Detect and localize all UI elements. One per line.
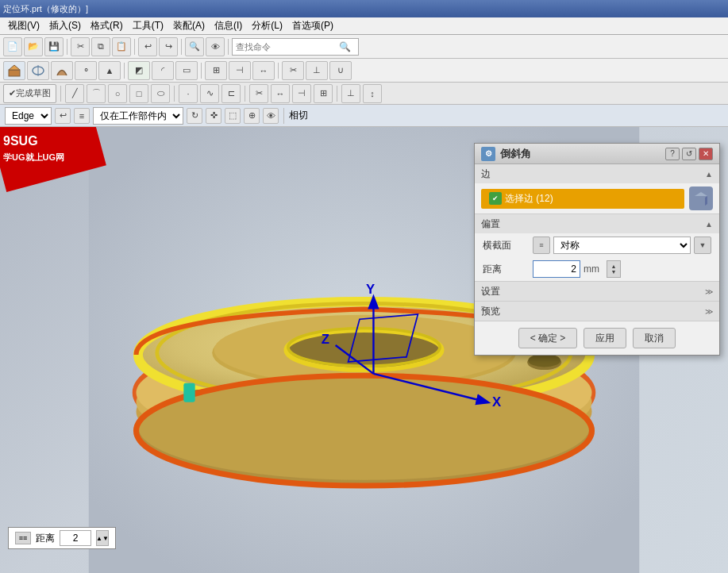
copy-button[interactable]: ⧉ bbox=[91, 37, 110, 56]
dialog-restore-btn[interactable]: ↺ bbox=[682, 148, 696, 160]
pattern-sketch-btn[interactable]: ⊞ bbox=[314, 84, 333, 103]
edge-section-header[interactable]: 边 ▲ bbox=[475, 164, 719, 183]
revolve-btn[interactable] bbox=[27, 61, 49, 80]
hole-btn[interactable]: ⚬ bbox=[75, 61, 97, 80]
view-btn[interactable]: 👁 bbox=[206, 37, 225, 56]
extend-btn[interactable]: ↔ bbox=[271, 84, 290, 103]
cross-section-select[interactable]: 对称 bbox=[553, 237, 691, 254]
viewport[interactable]: X Y Z 9SUG 学UG就上UG网 ≡≡ 距离 ▲▼ ⚙ 倒斜角 bbox=[0, 127, 728, 573]
offset-btn[interactable]: ⊏ bbox=[221, 84, 241, 103]
dialog-close-btn[interactable]: ✕ bbox=[699, 148, 713, 160]
offset-section-header[interactable]: 偏置 ▲ bbox=[475, 214, 719, 233]
edge-section: 边 ▲ ✔ 选择边 (12) bbox=[475, 164, 719, 214]
menu-preferences[interactable]: 首选项(P) bbox=[287, 17, 338, 34]
menu-insert[interactable]: 插入(S) bbox=[44, 17, 86, 34]
constraint-btn[interactable]: ⊥ bbox=[341, 84, 360, 103]
line-btn[interactable]: ╱ bbox=[65, 84, 84, 103]
spline-btn[interactable]: ∿ bbox=[200, 84, 219, 103]
dist-spin-btn[interactable]: ▲▼ bbox=[96, 530, 109, 546]
menu-format[interactable]: 格式(R) bbox=[86, 17, 128, 34]
sketch-sep-3 bbox=[245, 86, 245, 102]
dist-value-input[interactable] bbox=[60, 530, 91, 546]
shell-btn[interactable]: ▭ bbox=[175, 61, 198, 80]
finish-sketch-label[interactable]: 完成草图 bbox=[16, 87, 51, 99]
toolbar-sketch: ✔ 完成草图 ╱ ⌒ ○ □ ⬭ · ∿ ⊏ ✂ ↔ ⊣ ⊞ ⊥ ↕ bbox=[0, 83, 728, 105]
cancel-button[interactable]: 取消 bbox=[633, 328, 676, 348]
separator-t2-2 bbox=[201, 63, 202, 79]
fillet-btn[interactable]: ◜ bbox=[152, 61, 174, 80]
dimension-btn[interactable]: ↕ bbox=[363, 84, 382, 103]
watermark: 9SUG 学UG就上UG网 bbox=[0, 127, 95, 190]
circle-btn[interactable]: ○ bbox=[108, 84, 127, 103]
select-edge-btn[interactable]: ✔ 选择边 (12) bbox=[481, 189, 684, 209]
open-button[interactable]: 📂 bbox=[24, 37, 43, 56]
search-icon: 🔍 bbox=[339, 41, 351, 52]
boss-btn[interactable]: ▲ bbox=[98, 61, 121, 80]
trim-body-btn[interactable]: ✂ bbox=[282, 61, 304, 80]
point-btn[interactable]: · bbox=[179, 84, 198, 103]
menu-view[interactable]: 视图(V) bbox=[3, 17, 44, 34]
paste-button[interactable]: 📋 bbox=[112, 37, 131, 56]
settings-section-header[interactable]: 设置 ≫ bbox=[475, 282, 719, 301]
cross-section-icon-btn[interactable]: ≡ bbox=[533, 237, 550, 254]
separator-t2-1 bbox=[124, 63, 125, 79]
zoom-btn[interactable]: 🔍 bbox=[185, 37, 204, 56]
cross-section-expand-btn[interactable]: ▼ bbox=[694, 237, 711, 254]
separator-1 bbox=[67, 39, 67, 55]
preview-section-header[interactable]: 预览 ≫ bbox=[475, 302, 719, 321]
transform-btn[interactable]: ↔ bbox=[252, 61, 275, 80]
mirror-btn[interactable]: ⊣ bbox=[229, 61, 251, 80]
rotate-btn[interactable]: ↻ bbox=[187, 108, 202, 124]
cut-button[interactable]: ✂ bbox=[71, 37, 90, 56]
title-text: 定位环.prt（修改的）] bbox=[3, 3, 88, 15]
svg-rect-25 bbox=[183, 383, 195, 402]
edge-selector-row: ✔ 选择边 (12) bbox=[475, 183, 719, 213]
extrude-btn[interactable] bbox=[3, 61, 25, 80]
preview-section-label: 预览 bbox=[481, 305, 500, 318]
search-input[interactable] bbox=[236, 42, 339, 52]
boolean-btn[interactable]: ∪ bbox=[329, 61, 352, 80]
pattern-btn[interactable]: ⊞ bbox=[205, 61, 227, 80]
menu-bar: 视图(V) 插入(S) 格式(R) 工具(T) 装配(A) 信息(I) 分析(L… bbox=[0, 17, 728, 35]
apply-button[interactable]: 应用 bbox=[584, 328, 626, 348]
offset-section: 偏置 ▲ 横截面 ≡ 对称 ▼ 距离 mm bbox=[475, 214, 719, 282]
save-button[interactable]: 💾 bbox=[44, 37, 64, 56]
new-button[interactable]: 📄 bbox=[3, 37, 22, 56]
distance-spin-btn[interactable]: ▲ ▼ bbox=[607, 260, 621, 278]
sweep-btn[interactable] bbox=[51, 61, 73, 80]
title-bar: 定位环.prt（修改的）] bbox=[0, 0, 728, 17]
distance-input[interactable] bbox=[533, 260, 580, 278]
distance-indicator: ≡≡ 距离 ▲▼ bbox=[8, 527, 116, 549]
select-filter-btn[interactable]: ≡ bbox=[74, 108, 90, 124]
preview-section: 预览 ≫ bbox=[475, 302, 719, 321]
arc-btn[interactable]: ⌒ bbox=[87, 84, 106, 103]
view-select-btn[interactable]: ⬚ bbox=[225, 108, 241, 124]
undo-button[interactable]: ↩ bbox=[138, 37, 157, 56]
split-btn[interactable]: ⊥ bbox=[306, 61, 328, 80]
select-nav-back[interactable]: ↩ bbox=[55, 108, 71, 124]
dialog-help-btn[interactable]: ? bbox=[665, 148, 680, 160]
3d-view-btn[interactable] bbox=[689, 187, 713, 210]
ok-button[interactable]: < 确定 > bbox=[518, 328, 578, 348]
selection-bar: Edge ↩ ≡ 仅在工作部件内 ↻ ✜ ⬚ ⊕ 👁 相切 bbox=[0, 105, 728, 127]
menu-tools[interactable]: 工具(T) bbox=[128, 17, 168, 34]
dist-type-icon[interactable]: ≡≡ bbox=[15, 532, 31, 544]
chamfer-btn[interactable]: ◩ bbox=[128, 61, 150, 80]
mirror-sketch-btn[interactable]: ⊣ bbox=[292, 84, 311, 103]
trim-btn[interactable]: ✂ bbox=[249, 84, 268, 103]
menu-assembly[interactable]: 装配(A) bbox=[168, 17, 210, 34]
redo-button[interactable]: ↪ bbox=[159, 37, 178, 56]
edge-type-select[interactable]: Edge bbox=[5, 107, 52, 125]
show-hide-btn[interactable]: 👁 bbox=[263, 108, 279, 124]
menu-info[interactable]: 信息(I) bbox=[210, 17, 247, 34]
menu-analysis[interactable]: 分析(L) bbox=[247, 17, 287, 34]
snap-btn[interactable]: ⊕ bbox=[244, 108, 260, 124]
preview-section-arrow: ≫ bbox=[705, 307, 713, 316]
workpart-select[interactable]: 仅在工作部件内 bbox=[93, 107, 183, 125]
dialog-controls: ? ↺ ✕ bbox=[665, 148, 713, 160]
ellipse-btn[interactable]: ⬭ bbox=[151, 84, 170, 103]
pan-btn[interactable]: ✜ bbox=[206, 108, 221, 124]
rect-btn[interactable]: □ bbox=[129, 84, 148, 103]
svg-point-19 bbox=[528, 354, 560, 367]
finish-sketch-area: ✔ 完成草图 bbox=[3, 84, 56, 103]
